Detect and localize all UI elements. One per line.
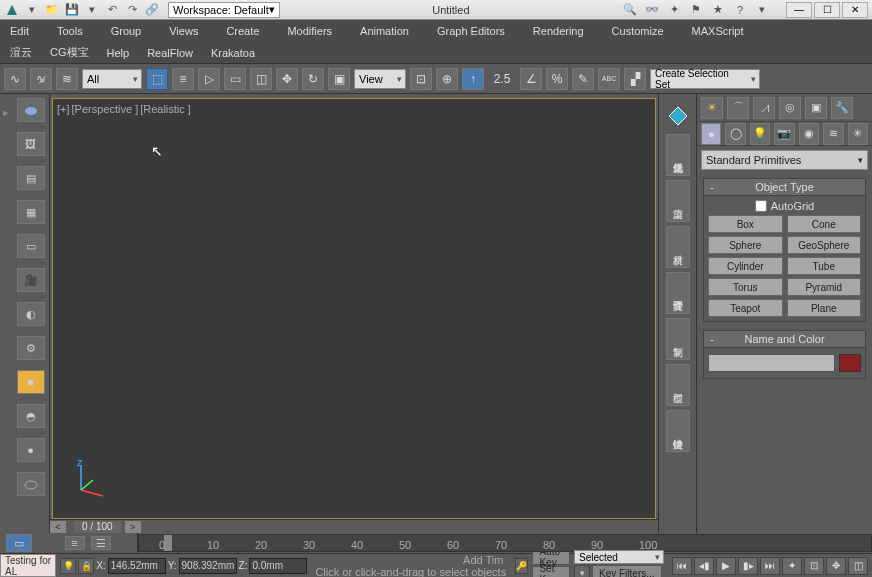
- viewport-type[interactable]: [Perspective ]: [72, 103, 139, 115]
- select-tool[interactable]: ⬚: [146, 68, 168, 90]
- object-name-field[interactable]: [708, 354, 835, 372]
- pyramid-button[interactable]: Pyramid: [787, 278, 862, 296]
- unlink-tool[interactable]: ∿̷: [30, 68, 52, 90]
- torus-button[interactable]: Torus: [708, 278, 783, 296]
- display-icon[interactable]: ▣: [805, 97, 827, 119]
- mirror-tool[interactable]: ▞: [624, 68, 646, 90]
- keyfilters-button[interactable]: Key Filters...: [592, 565, 662, 577]
- render-icon[interactable]: 🖼: [17, 132, 45, 156]
- favorite-icon[interactable]: ★: [710, 2, 726, 18]
- key-mode-icon[interactable]: ▾: [574, 565, 590, 577]
- geosphere-button[interactable]: GeoSphere: [787, 236, 862, 254]
- menu-group[interactable]: Group: [111, 25, 142, 37]
- select-arrow-tool[interactable]: ▷: [198, 68, 220, 90]
- helpers-icon[interactable]: ◉: [799, 123, 819, 145]
- box-button[interactable]: Box: [708, 215, 783, 233]
- rollout-object-type[interactable]: Object Type: [704, 179, 865, 196]
- menu-grapheditors[interactable]: Graph Editors: [437, 25, 505, 37]
- save-dd-icon[interactable]: ▾: [84, 2, 100, 18]
- manip-tool[interactable]: ⊕: [436, 68, 458, 90]
- category-dropdown[interactable]: Standard Primitives: [701, 150, 868, 170]
- curve-tool[interactable]: ☰: [91, 536, 111, 550]
- viewport-plus[interactable]: [+]: [57, 103, 70, 115]
- lights-icon[interactable]: 💡: [750, 123, 770, 145]
- nav4-icon[interactable]: ◫: [848, 557, 868, 575]
- key-filter-dropdown[interactable]: Selected: [574, 550, 664, 564]
- geometry-icon[interactable]: ●: [701, 123, 721, 145]
- wire-teapot-icon[interactable]: [17, 472, 45, 496]
- menu-edit[interactable]: Edit: [10, 25, 29, 37]
- rollout-name-color[interactable]: Name and Color: [704, 331, 865, 348]
- z-field[interactable]: 0.0mm: [249, 558, 307, 574]
- select-name-tool[interactable]: ≡: [172, 68, 194, 90]
- save-icon[interactable]: 💾: [64, 2, 80, 18]
- selection-filter[interactable]: All: [82, 69, 142, 89]
- systems-icon[interactable]: ✳: [848, 123, 868, 145]
- goto-end-button[interactable]: ⏭: [760, 557, 780, 575]
- spinner-value[interactable]: 2.5: [488, 68, 516, 90]
- cameras-icon[interactable]: 📷: [774, 123, 794, 145]
- search-icon[interactable]: 🔍: [622, 2, 638, 18]
- object-color-swatch[interactable]: [839, 354, 861, 372]
- play-button[interactable]: ▶: [716, 557, 736, 575]
- workspace-dropdown[interactable]: Workspace: Default ▾: [168, 2, 280, 18]
- shapes-icon[interactable]: ◯: [725, 123, 745, 145]
- menu-xuanyun[interactable]: 渲云: [10, 45, 32, 60]
- material-icon[interactable]: ■: [17, 370, 45, 394]
- list-icon[interactable]: ▤: [17, 166, 45, 190]
- cone-button[interactable]: Cone: [787, 215, 862, 233]
- nav2-icon[interactable]: ⊡: [804, 557, 824, 575]
- next-frame-button[interactable]: ▮▸: [738, 557, 758, 575]
- menu-maxscript[interactable]: MAXScript: [692, 25, 744, 37]
- edit-selection-tool[interactable]: ✎: [572, 68, 594, 90]
- arc-icon[interactable]: ⌒: [727, 97, 749, 119]
- tab-copy[interactable]: 复制: [666, 318, 690, 360]
- scale-tool[interactable]: ▣: [328, 68, 350, 90]
- time-ruler[interactable]: 0102030405060708090100: [138, 534, 872, 552]
- move-tool[interactable]: ✥: [276, 68, 298, 90]
- menu-rendering[interactable]: Rendering: [533, 25, 584, 37]
- x-field[interactable]: 146.52mm: [108, 558, 166, 574]
- redo-icon[interactable]: ↷: [124, 2, 140, 18]
- menu-modifiers[interactable]: Modifiers: [287, 25, 332, 37]
- teapot-button[interactable]: Teapot: [708, 299, 783, 317]
- motion-icon[interactable]: ◎: [779, 97, 801, 119]
- menu-krakatoa[interactable]: Krakatoa: [211, 47, 255, 59]
- link-tool[interactable]: ∿: [4, 68, 26, 90]
- sphere-button[interactable]: Sphere: [708, 236, 783, 254]
- ref-coord-system[interactable]: View: [354, 69, 406, 89]
- maximize-button[interactable]: ☐: [814, 2, 840, 18]
- link-icon[interactable]: 🔗: [144, 2, 160, 18]
- lock2-icon[interactable]: 🔒: [78, 558, 94, 574]
- undo-icon[interactable]: ↶: [104, 2, 120, 18]
- abc-tool[interactable]: ABC: [598, 68, 620, 90]
- hierarchy-icon[interactable]: ⩘: [753, 97, 775, 119]
- help-dd-icon[interactable]: ▾: [754, 2, 770, 18]
- menu-views[interactable]: Views: [169, 25, 198, 37]
- dome-icon[interactable]: ◓: [17, 404, 45, 428]
- utilities-icon[interactable]: 🔧: [831, 97, 853, 119]
- tab-scene-opt[interactable]: 场景优化: [666, 134, 690, 176]
- bottom-tool1[interactable]: ▭: [6, 534, 32, 552]
- menu-realflow[interactable]: RealFlow: [147, 47, 193, 59]
- angle-snap-tool[interactable]: ∠: [520, 68, 542, 90]
- new-icon[interactable]: ▾: [24, 2, 40, 18]
- menu-customize[interactable]: Customize: [612, 25, 664, 37]
- flyout-handle[interactable]: ▸: [0, 94, 12, 130]
- tool1-icon[interactable]: ✦: [666, 2, 682, 18]
- bind-tool[interactable]: ≋: [56, 68, 78, 90]
- close-button[interactable]: ✕: [842, 2, 868, 18]
- rotate-tool[interactable]: ↻: [302, 68, 324, 90]
- y-field[interactable]: 908.392mm: [179, 558, 237, 574]
- minimize-button[interactable]: —: [786, 2, 812, 18]
- plane-button[interactable]: Plane: [787, 299, 862, 317]
- tube-button[interactable]: Tube: [787, 257, 862, 275]
- viewport-shading[interactable]: [Realistic ]: [140, 103, 191, 115]
- percent-snap-tool[interactable]: %: [546, 68, 568, 90]
- tab-shortcut[interactable]: 快捷键: [666, 410, 690, 452]
- menu-cgmobao[interactable]: CG模宝: [50, 45, 89, 60]
- window-crossing-tool[interactable]: ◫: [250, 68, 272, 90]
- binoculars-icon[interactable]: 👓: [644, 2, 660, 18]
- snap-tool[interactable]: ↑: [462, 68, 484, 90]
- help-icon[interactable]: ?: [732, 2, 748, 18]
